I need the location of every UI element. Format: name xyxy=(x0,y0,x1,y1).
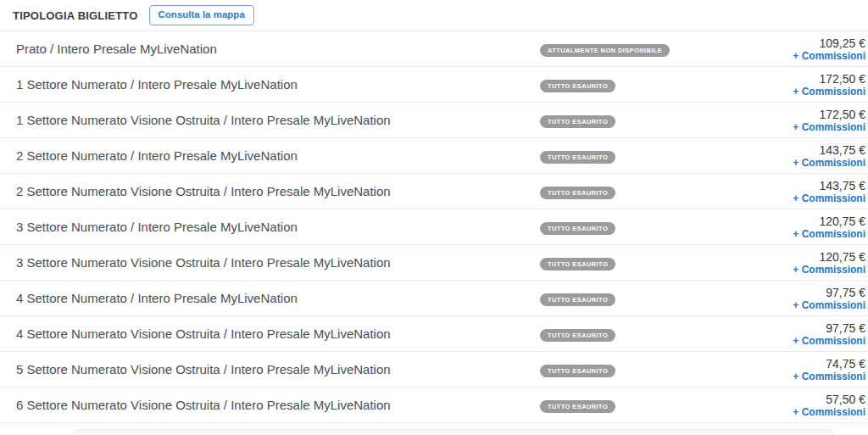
commissions-link[interactable]: + Commissioni xyxy=(793,192,865,204)
ticket-price: 97,75 € xyxy=(793,286,865,299)
ticket-row: 1 Settore Numerato Visione Ostruita / In… xyxy=(0,102,868,137)
ticket-row: 3 Settore Numerato Visione Ostruita / In… xyxy=(0,244,868,280)
badge-cell: TUTTO ESAURITO xyxy=(540,76,793,92)
availability-badge: TUTTO ESAURITO xyxy=(540,365,615,377)
ticket-row: 3 Settore Numerato / Intero Presale MyLi… xyxy=(0,209,868,244)
price-cell: 172,50 € + Commissioni xyxy=(793,108,865,133)
commissions-link[interactable]: + Commissioni xyxy=(793,228,865,240)
ticket-name: 1 Settore Numerato / Intero Presale MyLi… xyxy=(16,77,540,92)
availability-badge: TUTTO ESAURITO xyxy=(540,329,615,342)
availability-badge: TUTTO ESAURITO xyxy=(540,400,615,413)
ticket-row: Prato / Intero Presale MyLiveNation ATTU… xyxy=(0,31,868,66)
price-cell: 172,50 € + Commissioni xyxy=(793,72,865,98)
badge-cell: TUTTO ESAURITO xyxy=(540,183,793,199)
availability-badge: TUTTO ESAURITO xyxy=(540,258,615,270)
price-cell: 120,75 € + Commissioni xyxy=(793,250,865,276)
price-cell: 120,75 € + Commissioni xyxy=(793,215,865,240)
badge-cell: TUTTO ESAURITO xyxy=(540,254,793,270)
ticket-name: 1 Settore Numerato Visione Ostruita / In… xyxy=(16,113,540,127)
commissions-link[interactable]: + Commissioni xyxy=(793,406,865,418)
availability-badge: TUTTO ESAURITO xyxy=(540,293,615,306)
ticket-name: 5 Settore Numerato Visione Ostruita / In… xyxy=(16,362,540,376)
availability-badge: ATTUALMENTE NON DISPONIBILE xyxy=(540,44,670,57)
availability-badge: TUTTO ESAURITO xyxy=(540,115,615,128)
commissions-link[interactable]: + Commissioni xyxy=(793,371,865,382)
ticket-name: 4 Settore Numerato Visione Ostruita / In… xyxy=(16,326,540,341)
price-cell: 97,75 € + Commissioni xyxy=(793,321,865,347)
ticket-price: 143,75 € xyxy=(793,179,865,192)
consulta-la-mappa-button[interactable]: Consulta la mappa xyxy=(149,5,254,25)
ticket-name: 2 Settore Numerato / Intero Presale MyLi… xyxy=(16,148,540,163)
ticket-row: 5 Settore Numerato Visione Ostruita / In… xyxy=(0,351,868,387)
ticket-name: 6 Settore Numerato Visione Ostruita / In… xyxy=(16,398,540,412)
ticket-row: 2 Settore Numerato Visione Ostruita / In… xyxy=(0,173,868,209)
commissions-link[interactable]: + Commissioni xyxy=(793,121,865,133)
ticket-price: 143,75 € xyxy=(793,143,865,157)
price-cell: 57,50 € + Commissioni xyxy=(793,393,865,418)
ticket-name: 2 Settore Numerato Visione Ostruita / In… xyxy=(16,184,540,198)
ticket-name: Prato / Intero Presale MyLiveNation xyxy=(16,42,540,56)
ticket-row: 6 Settore Numerato Visione Ostruita / In… xyxy=(0,387,868,422)
commissions-link[interactable]: + Commissioni xyxy=(793,335,865,347)
next-section-top-edge xyxy=(72,429,835,435)
badge-cell: TUTTO ESAURITO xyxy=(540,361,793,377)
ticket-list: Prato / Intero Presale MyLiveNation ATTU… xyxy=(0,31,868,423)
badge-cell: TUTTO ESAURITO xyxy=(540,397,793,413)
commissions-link[interactable]: + Commissioni xyxy=(793,50,865,62)
ticket-name: 4 Settore Numerato / Intero Presale MyLi… xyxy=(16,291,540,305)
availability-badge: TUTTO ESAURITO xyxy=(540,222,615,235)
ticket-price: 109,25 € xyxy=(793,36,865,50)
ticket-price: 172,50 € xyxy=(793,108,865,121)
availability-badge: TUTTO ESAURITO xyxy=(540,80,615,92)
badge-cell: TUTTO ESAURITO xyxy=(540,219,793,235)
ticket-price: 120,75 € xyxy=(793,250,865,264)
ticket-row: 1 Settore Numerato / Intero Presale MyLi… xyxy=(0,66,868,102)
price-cell: 143,75 € + Commissioni xyxy=(793,179,865,204)
ticket-price: 57,50 € xyxy=(793,393,865,406)
ticket-row: 4 Settore Numerato / Intero Presale MyLi… xyxy=(0,280,868,315)
badge-cell: TUTTO ESAURITO xyxy=(540,112,793,128)
ticket-row: 2 Settore Numerato / Intero Presale MyLi… xyxy=(0,137,868,173)
commissions-link[interactable]: + Commissioni xyxy=(793,86,865,98)
section-header: TIPOLOGIA BIGLIETTO Consulta la mappa xyxy=(0,0,868,31)
price-cell: 74,75 € + Commissioni xyxy=(793,357,865,382)
ticket-price: 97,75 € xyxy=(793,321,865,335)
ticket-price: 74,75 € xyxy=(793,357,865,371)
badge-cell: TUTTO ESAURITO xyxy=(540,326,793,342)
price-cell: 143,75 € + Commissioni xyxy=(793,143,865,169)
ticket-row: 4 Settore Numerato Visione Ostruita / In… xyxy=(0,315,868,351)
badge-cell: ATTUALMENTE NON DISPONIBILE xyxy=(540,41,793,57)
availability-badge: TUTTO ESAURITO xyxy=(540,187,615,199)
price-cell: 97,75 € + Commissioni xyxy=(793,286,865,311)
ticket-name: 3 Settore Numerato Visione Ostruita / In… xyxy=(16,255,540,270)
ticket-price: 172,50 € xyxy=(793,72,865,86)
ticket-price: 120,75 € xyxy=(793,215,865,228)
ticket-name: 3 Settore Numerato / Intero Presale MyLi… xyxy=(16,220,540,234)
page-title: TIPOLOGIA BIGLIETTO xyxy=(13,9,138,22)
badge-cell: TUTTO ESAURITO xyxy=(540,290,793,306)
commissions-link[interactable]: + Commissioni xyxy=(793,157,865,169)
ticket-type-section: TIPOLOGIA BIGLIETTO Consulta la mappa Pr… xyxy=(0,0,868,435)
availability-badge: TUTTO ESAURITO xyxy=(540,151,615,164)
commissions-link[interactable]: + Commissioni xyxy=(793,299,865,311)
badge-cell: TUTTO ESAURITO xyxy=(540,148,793,164)
price-cell: 109,25 € + Commissioni xyxy=(793,36,865,62)
commissions-link[interactable]: + Commissioni xyxy=(793,264,865,276)
